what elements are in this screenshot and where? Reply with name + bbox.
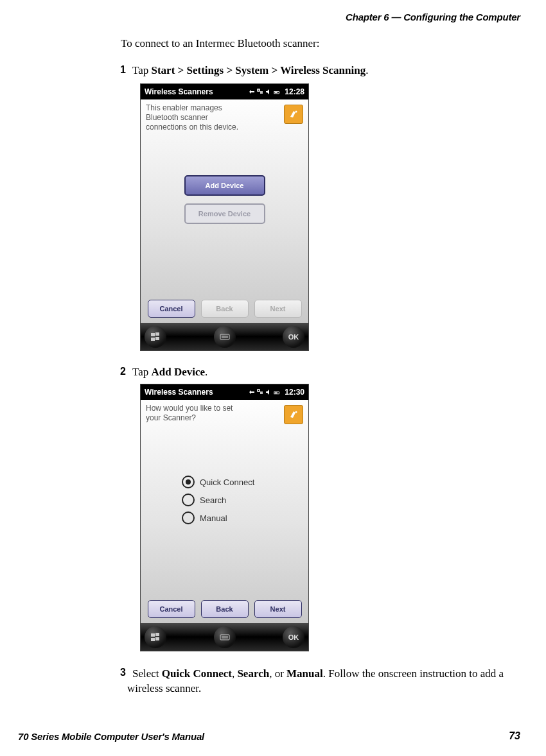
battery-icon bbox=[274, 389, 280, 395]
back-button[interactable]: Back bbox=[201, 300, 249, 318]
step-3-b1: Quick Connect bbox=[162, 667, 232, 680]
svg-rect-2 bbox=[275, 92, 277, 93]
msg-line1: How would you like to set bbox=[146, 404, 249, 413]
svg-rect-6 bbox=[151, 338, 155, 341]
screen-body: This enabler manages Bluetooth scanner c… bbox=[141, 99, 308, 323]
info-message: How would you like to set your Scanner? bbox=[146, 404, 249, 423]
intro-text: To connect to an Intermec Bluetooth scan… bbox=[121, 37, 319, 50]
start-icon[interactable] bbox=[145, 626, 166, 648]
titlebar: Wireless Scanners 12:30 bbox=[141, 384, 308, 400]
step-3-b3: Manual bbox=[286, 667, 323, 680]
radio-icon bbox=[182, 511, 195, 524]
info-message: This enabler manages Bluetooth scanner c… bbox=[146, 103, 249, 132]
msg-line2: your Scanner? bbox=[146, 413, 249, 423]
start-icon[interactable] bbox=[145, 326, 166, 348]
footer-manual-title: 70 Series Mobile Computer User's Manual bbox=[18, 731, 204, 742]
option-manual[interactable]: Manual bbox=[182, 511, 254, 524]
next-button[interactable]: Next bbox=[254, 600, 302, 618]
scanner-icon bbox=[284, 405, 303, 424]
svg-rect-13 bbox=[275, 392, 277, 393]
titlebar: Wireless Scanners 12:28 bbox=[141, 84, 308, 99]
svg-rect-12 bbox=[279, 392, 280, 393]
svg-rect-4 bbox=[151, 333, 155, 336]
footer-page-number: 73 bbox=[509, 730, 520, 742]
taskbar: OK bbox=[141, 323, 308, 350]
step-1-bold: Start > Settings > System > Wireless Sca… bbox=[152, 64, 366, 76]
back-button[interactable]: Back bbox=[201, 600, 249, 618]
step-3-number: 3 bbox=[114, 667, 126, 678]
radio-icon bbox=[182, 476, 195, 488]
scanner-mode-options: Quick Connect Search Manual bbox=[182, 476, 254, 529]
svg-rect-19 bbox=[220, 635, 229, 640]
msg-line2: Bluetooth scanner bbox=[146, 113, 249, 123]
step-1-post: . bbox=[365, 64, 368, 76]
keyboard-icon[interactable] bbox=[214, 626, 236, 648]
svg-rect-5 bbox=[155, 332, 159, 336]
msg-line1: This enabler manages bbox=[146, 103, 249, 113]
svg-rect-15 bbox=[151, 633, 155, 637]
keyboard-icon[interactable] bbox=[214, 326, 236, 348]
step-1: 1 Tap Start > Settings > System > Wirele… bbox=[127, 64, 368, 77]
remove-device-button[interactable]: Remove Device bbox=[184, 203, 265, 224]
step-2-pre: Tap bbox=[132, 366, 152, 378]
svg-rect-16 bbox=[155, 633, 159, 636]
cancel-button[interactable]: Cancel bbox=[148, 300, 195, 318]
step-1-number: 1 bbox=[114, 64, 126, 76]
step-2: 2 Tap Add Device. bbox=[127, 366, 207, 379]
taskbar: OK bbox=[141, 623, 308, 651]
titlebar-time: 12:28 bbox=[285, 87, 304, 96]
titlebar-time: 12:30 bbox=[285, 388, 304, 397]
svg-rect-18 bbox=[155, 637, 159, 640]
step-2-number: 2 bbox=[114, 366, 126, 377]
step-2-bold: Add Device bbox=[152, 366, 206, 378]
step-3-sep2: , or bbox=[269, 667, 286, 680]
option-label: Quick Connect bbox=[200, 477, 254, 487]
volume-icon bbox=[265, 89, 272, 95]
titlebar-title: Wireless Scanners bbox=[145, 388, 213, 397]
titlebar-title: Wireless Scanners bbox=[145, 87, 213, 96]
signal-icon bbox=[257, 89, 263, 95]
screenshot-1: Wireless Scanners 12:28 This enabler man… bbox=[140, 83, 309, 351]
wizard-nav-row: Cancel Back Next bbox=[141, 300, 308, 318]
add-device-button[interactable]: Add Device bbox=[184, 175, 265, 196]
sync-icon bbox=[249, 89, 255, 95]
volume-icon bbox=[265, 389, 272, 395]
svg-rect-1 bbox=[279, 92, 280, 93]
step-3-b2: Search bbox=[237, 667, 269, 680]
scanner-icon bbox=[284, 105, 303, 124]
option-quick-connect[interactable]: Quick Connect bbox=[182, 476, 254, 488]
screenshot-2: Wireless Scanners 12:30 How would you li… bbox=[140, 384, 309, 651]
step-2-post: . bbox=[205, 366, 207, 378]
ok-button[interactable]: OK bbox=[283, 626, 304, 648]
sync-icon bbox=[249, 389, 255, 395]
svg-point-3 bbox=[295, 111, 297, 113]
signal-icon bbox=[257, 389, 263, 395]
next-button[interactable]: Next bbox=[254, 300, 302, 318]
step-1-pre: Tap bbox=[132, 64, 152, 76]
step-3-pre: Select bbox=[132, 667, 162, 680]
chapter-header: Chapter 6 — Configuring the Computer bbox=[346, 12, 520, 22]
svg-rect-8 bbox=[220, 334, 229, 339]
msg-line3: connections on this device. bbox=[146, 123, 249, 132]
ok-button[interactable]: OK bbox=[283, 326, 304, 348]
cancel-button[interactable]: Cancel bbox=[148, 600, 195, 618]
radio-icon bbox=[182, 494, 195, 506]
battery-icon bbox=[274, 89, 280, 95]
wizard-nav-row: Cancel Back Next bbox=[141, 600, 308, 618]
screen-body: How would you like to set your Scanner? … bbox=[141, 400, 308, 623]
option-label: Search bbox=[200, 495, 226, 505]
step-3: 3 Select Quick Connect, Search, or Manua… bbox=[127, 667, 525, 696]
svg-rect-7 bbox=[155, 337, 159, 340]
svg-point-14 bbox=[295, 411, 297, 413]
option-search[interactable]: Search bbox=[182, 494, 254, 506]
option-label: Manual bbox=[200, 513, 227, 523]
svg-rect-17 bbox=[151, 638, 155, 641]
